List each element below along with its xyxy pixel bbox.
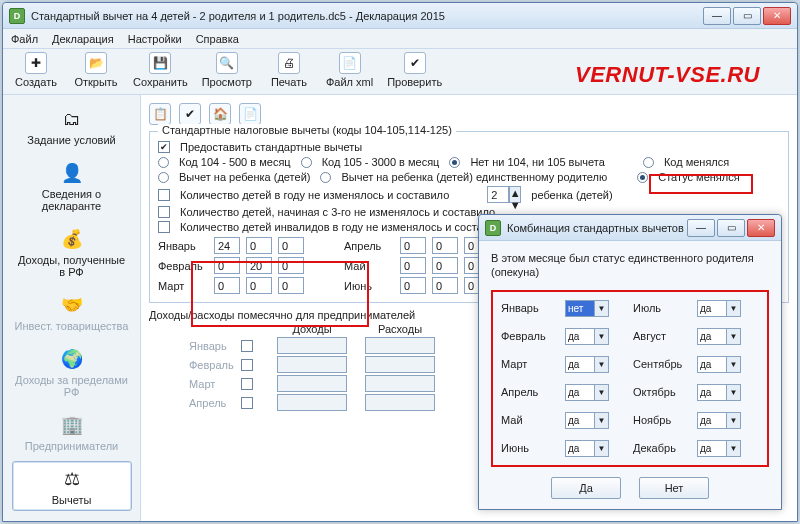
- tool-create[interactable]: ✚Создать: [13, 52, 59, 88]
- dialog-yes-button[interactable]: Да: [551, 477, 621, 499]
- save-icon: 💾: [149, 52, 171, 74]
- conditions-icon: 🗂: [57, 106, 87, 132]
- dd-sep[interactable]: ▼: [697, 356, 741, 373]
- radio-code104[interactable]: [158, 157, 169, 168]
- jan-v3[interactable]: [278, 237, 304, 254]
- dd-feb[interactable]: ▼: [565, 328, 609, 345]
- chevron-down-icon[interactable]: ▼: [595, 328, 609, 345]
- chevron-down-icon[interactable]: ▼: [595, 300, 609, 317]
- chevron-down-icon[interactable]: ▼: [727, 412, 741, 429]
- dialog-app-icon: D: [485, 220, 501, 236]
- radio-child-single[interactable]: [320, 172, 331, 183]
- spin-up-icon[interactable]: ▲: [510, 187, 520, 199]
- sidebar-declarant[interactable]: 👤Сведения о декларанте: [12, 155, 132, 217]
- mini-doc-icon[interactable]: 📄: [239, 103, 261, 125]
- feb-v3[interactable]: [278, 257, 304, 274]
- jan-v2[interactable]: [246, 237, 272, 254]
- chevron-down-icon[interactable]: ▼: [595, 412, 609, 429]
- tool-open[interactable]: 📂Открыть: [73, 52, 119, 88]
- jun-v1[interactable]: [400, 277, 426, 294]
- radio-child[interactable]: [158, 172, 169, 183]
- may-v2[interactable]: [432, 257, 458, 274]
- chk-children3[interactable]: [158, 206, 170, 218]
- chevron-down-icon[interactable]: ▼: [727, 384, 741, 401]
- mar-v1[interactable]: [214, 277, 240, 294]
- tool-save[interactable]: 💾Сохранить: [133, 52, 188, 88]
- jan-v1[interactable]: [214, 237, 240, 254]
- tool-xml[interactable]: 📄Файл xml: [326, 52, 373, 88]
- tool-preview[interactable]: 🔍Просмотр: [202, 52, 252, 88]
- apr-v1[interactable]: [400, 237, 426, 254]
- chk-provide-label: Предоставить стандартные вычеты: [180, 141, 362, 153]
- radio-code105[interactable]: [301, 157, 312, 168]
- menu-declaration[interactable]: Декларация: [52, 33, 114, 45]
- dd-mar[interactable]: ▼: [565, 356, 609, 373]
- sidebar-deductions[interactable]: ⚖Вычеты: [12, 461, 132, 511]
- mar-v2[interactable]: [246, 277, 272, 294]
- sidebar-invest: 🤝Инвест. товарищества: [12, 287, 132, 337]
- dialog-minimize-button[interactable]: —: [687, 219, 715, 237]
- maximize-button[interactable]: ▭: [733, 7, 761, 25]
- may-v1[interactable]: [400, 257, 426, 274]
- chevron-down-icon[interactable]: ▼: [595, 440, 609, 457]
- main-titlebar: D Стандартный вычет на 4 детей - 2 родит…: [3, 3, 797, 29]
- sidebar-income-rf[interactable]: 💰Доходы, полученные в РФ: [12, 221, 132, 283]
- mini-house-icon[interactable]: 🏠: [209, 103, 231, 125]
- pred-feb-expense: [365, 356, 435, 373]
- jun-v2[interactable]: [432, 277, 458, 294]
- dd-may[interactable]: ▼: [565, 412, 609, 429]
- dd-apr[interactable]: ▼: [565, 384, 609, 401]
- radio-code-changed[interactable]: [643, 157, 654, 168]
- close-button[interactable]: ✕: [763, 7, 791, 25]
- dd-dec[interactable]: ▼: [697, 440, 741, 457]
- mini-check-icon[interactable]: ✔: [179, 103, 201, 125]
- pred-chk-mar[interactable]: [241, 378, 253, 390]
- dd-aug[interactable]: ▼: [697, 328, 741, 345]
- dd-nov[interactable]: ▼: [697, 412, 741, 429]
- chevron-down-icon[interactable]: ▼: [727, 328, 741, 345]
- dialog-maximize-button[interactable]: ▭: [717, 219, 745, 237]
- chk-provide[interactable]: ✔: [158, 141, 170, 153]
- chk-children-count[interactable]: [158, 189, 170, 201]
- dd-oct[interactable]: ▼: [697, 384, 741, 401]
- menu-settings[interactable]: Настройки: [128, 33, 182, 45]
- xml-icon: 📄: [339, 52, 361, 74]
- chevron-down-icon[interactable]: ▼: [727, 440, 741, 457]
- menubar: Файл Декларация Настройки Справка: [3, 29, 797, 49]
- apr-v2[interactable]: [432, 237, 458, 254]
- radio-status-changed[interactable]: [637, 172, 648, 183]
- dd-jan[interactable]: ▼: [565, 300, 609, 317]
- dialog-close-button[interactable]: ✕: [747, 219, 775, 237]
- dialog-description: В этом месяце был статус единственного р…: [491, 251, 769, 280]
- spin-children-value[interactable]: [487, 186, 509, 203]
- pred-apr-income: [277, 394, 347, 411]
- feb-v1[interactable]: [214, 257, 240, 274]
- menu-help[interactable]: Справка: [196, 33, 239, 45]
- chevron-down-icon[interactable]: ▼: [595, 384, 609, 401]
- chevron-down-icon[interactable]: ▼: [727, 356, 741, 373]
- chevron-down-icon[interactable]: ▼: [595, 356, 609, 373]
- mar-v3[interactable]: [278, 277, 304, 294]
- spin-children[interactable]: ▲▼: [487, 186, 521, 203]
- minimize-button[interactable]: —: [703, 7, 731, 25]
- chevron-down-icon[interactable]: ▼: [727, 300, 741, 317]
- pred-chk-feb[interactable]: [241, 359, 253, 371]
- window-title: Стандартный вычет на 4 детей - 2 родител…: [31, 10, 703, 22]
- sidebar-conditions[interactable]: 🗂Задание условий: [12, 101, 132, 151]
- dd-jun[interactable]: ▼: [565, 440, 609, 457]
- spin-down-icon[interactable]: ▼: [510, 199, 520, 211]
- declarant-icon: 👤: [57, 160, 87, 186]
- mini-form-icon[interactable]: 📋: [149, 103, 171, 125]
- menu-file[interactable]: Файл: [11, 33, 38, 45]
- radio-none[interactable]: [449, 157, 460, 168]
- pred-chk-apr[interactable]: [241, 397, 253, 409]
- chk-children-disabled[interactable]: [158, 221, 170, 233]
- dialog-no-button[interactable]: Нет: [639, 477, 709, 499]
- tool-print[interactable]: 🖨Печать: [266, 52, 312, 88]
- pred-chk-jan[interactable]: [241, 340, 253, 352]
- tool-check[interactable]: ✔Проверить: [387, 52, 442, 88]
- feb-v2[interactable]: [246, 257, 272, 274]
- foreign-icon: 🌍: [57, 346, 87, 372]
- print-icon: 🖨: [278, 52, 300, 74]
- dd-jul[interactable]: ▼: [697, 300, 741, 317]
